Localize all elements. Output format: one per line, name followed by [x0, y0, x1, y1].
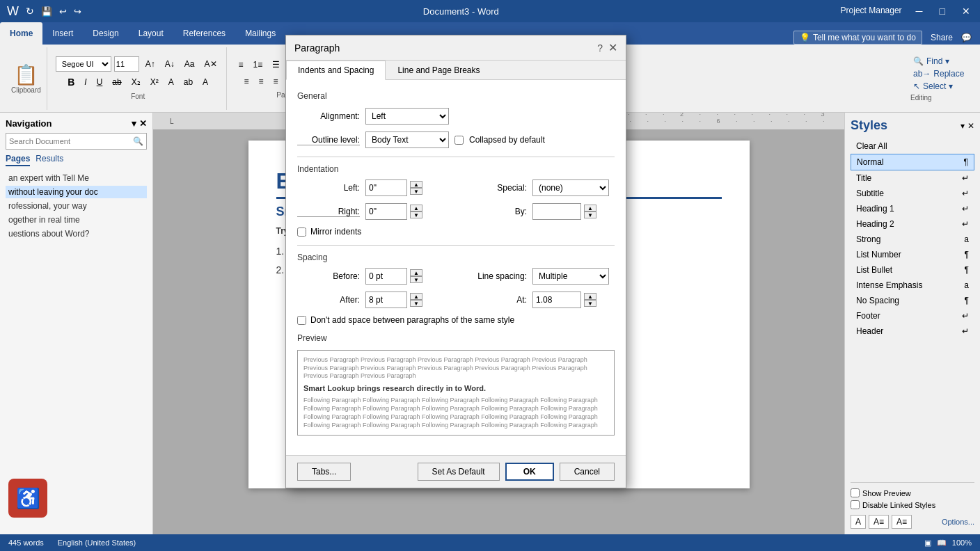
- dialog-body: General Alignment: Left Outline level: B…: [286, 80, 626, 455]
- indentation-cols: Left: ▲ ▼ Right:: [297, 179, 615, 227]
- before-row: Before: ▲ ▼: [297, 268, 448, 285]
- after-spinner: ▲ ▼: [365, 292, 422, 308]
- mirror-label: Mirror indents: [310, 227, 361, 237]
- by-input[interactable]: [532, 203, 581, 220]
- dont-add-space-row: Don't add space between paragraphs of th…: [297, 315, 615, 325]
- after-up-arrow[interactable]: ▲: [410, 293, 422, 300]
- dont-add-space-checkbox[interactable]: [297, 316, 306, 325]
- line-spacing-row: Line spacing: Multiple: [464, 268, 615, 285]
- at-spinner: ▲ ▼: [532, 292, 596, 308]
- at-row: At: ▲ ▼: [464, 292, 615, 308]
- special-label: Special:: [464, 183, 527, 193]
- before-spinner: ▲ ▼: [365, 268, 422, 285]
- after-input[interactable]: [365, 292, 407, 308]
- divider-2: [297, 245, 615, 246]
- special-select[interactable]: (none): [532, 179, 609, 196]
- indent-right-row: Right: ▲ ▼: [297, 203, 448, 220]
- divider-1: [297, 157, 615, 157]
- right-spinner-btns: ▲ ▼: [410, 205, 422, 218]
- by-down-arrow[interactable]: ▼: [584, 211, 596, 218]
- preview-following-text: Following Paragraph Following Paragraph …: [303, 397, 608, 429]
- after-down-arrow[interactable]: ▼: [410, 300, 422, 307]
- at-label: At:: [464, 295, 527, 305]
- spacing-label: Spacing: [297, 253, 615, 262]
- left-input[interactable]: [365, 179, 407, 196]
- general-section: General Alignment: Left Outline level: B…: [297, 91, 615, 148]
- left-spinner-btns: ▲ ▼: [410, 181, 422, 195]
- at-down-arrow[interactable]: ▼: [584, 300, 596, 307]
- line-spacing-label: Line spacing:: [464, 271, 527, 281]
- after-row: After: ▲ ▼: [297, 292, 448, 308]
- left-down-arrow[interactable]: ▼: [410, 188, 422, 195]
- before-label: Before:: [297, 271, 360, 281]
- collapsed-label: Collapsed by default: [469, 135, 545, 145]
- spacing-left-col: Before: ▲ ▼ After:: [297, 268, 448, 315]
- at-spinner-btns: ▲ ▼: [584, 293, 596, 307]
- indentation-section: Indentation Left: ▲ ▼: [297, 164, 615, 237]
- before-up-arrow[interactable]: ▲: [410, 269, 422, 276]
- alignment-row: Alignment: Left: [297, 108, 615, 125]
- before-down-arrow[interactable]: ▼: [410, 276, 422, 283]
- dialog-controls: ? ✕: [597, 41, 617, 54]
- left-spinner: ▲ ▼: [365, 179, 422, 196]
- after-spinner-btns: ▲ ▼: [410, 293, 422, 307]
- left-up-arrow[interactable]: ▲: [410, 181, 422, 188]
- indent-left-col: Left: ▲ ▼ Right:: [297, 179, 448, 227]
- right-up-arrow[interactable]: ▲: [410, 205, 422, 211]
- dialog-close-btn[interactable]: ✕: [608, 41, 617, 54]
- line-spacing-select[interactable]: Multiple: [532, 268, 609, 285]
- preview-box: Previous Paragraph Previous Paragraph Pr…: [297, 350, 615, 436]
- dont-add-space-label: Don't add space between paragraphs of th…: [310, 315, 514, 325]
- preview-main-text: Smart Lookup brings research directly in…: [303, 383, 608, 394]
- dialog-tabs: Indents and Spacing Line and Page Breaks: [286, 61, 626, 80]
- general-label: General: [297, 91, 615, 101]
- spacing-cols: Before: ▲ ▼ After:: [297, 268, 615, 315]
- indentation-label: Indentation: [297, 164, 615, 174]
- set-as-default-btn[interactable]: Set As Default: [418, 463, 500, 481]
- alignment-select[interactable]: Left: [365, 108, 449, 125]
- dialog-help-btn[interactable]: ?: [597, 42, 603, 54]
- spacing-section: Spacing Before: ▲ ▼: [297, 253, 615, 325]
- dialog-tab-indents[interactable]: Indents and Spacing: [286, 61, 386, 80]
- mirror-indents-row: Mirror indents: [297, 227, 615, 237]
- paragraph-dialog: Paragraph ? ✕ Indents and Spacing Line a…: [285, 35, 626, 488]
- before-input[interactable]: [365, 268, 407, 285]
- ok-btn[interactable]: OK: [505, 463, 554, 481]
- tabs-btn[interactable]: Tabs...: [297, 463, 351, 481]
- dialog-title: Paragraph: [294, 42, 340, 54]
- right-spinner: ▲ ▼: [365, 203, 422, 220]
- by-spinner: ▲ ▼: [532, 203, 596, 220]
- left-label: Left:: [297, 183, 360, 193]
- dialog-overlay: Paragraph ? ✕ Indents and Spacing Line a…: [0, 0, 980, 551]
- preview-label: Preview: [297, 333, 615, 343]
- by-spinner-btns: ▲ ▼: [584, 205, 596, 218]
- at-up-arrow[interactable]: ▲: [584, 293, 596, 300]
- right-down-arrow[interactable]: ▼: [410, 211, 422, 218]
- collapsed-checkbox[interactable]: [455, 136, 464, 145]
- before-spinner-btns: ▲ ▼: [410, 269, 422, 283]
- mirror-checkbox[interactable]: [297, 227, 306, 237]
- outline-row: Outline level: Body Text Collapsed by de…: [297, 131, 615, 148]
- by-row: By: ▲ ▼: [464, 203, 615, 220]
- right-input[interactable]: [365, 203, 407, 220]
- preview-previous-text: Previous Paragraph Previous Paragraph Pr…: [303, 356, 608, 381]
- indent-left-row: Left: ▲ ▼: [297, 179, 448, 196]
- outline-select[interactable]: Body Text: [365, 131, 449, 148]
- by-up-arrow[interactable]: ▲: [584, 205, 596, 211]
- right-label: Right:: [297, 207, 360, 217]
- indent-special-col: Special: (none) By: ▲ ▼: [464, 179, 615, 227]
- by-label: By:: [464, 207, 527, 216]
- dialog-footer: Tabs... Set As Default OK Cancel: [286, 455, 626, 488]
- preview-section: Preview Previous Paragraph Previous Para…: [297, 333, 615, 436]
- special-row: Special: (none): [464, 179, 615, 196]
- spacing-right-col: Line spacing: Multiple At: ▲: [464, 268, 615, 315]
- outline-label: Outline level:: [297, 135, 360, 145]
- alignment-label: Alignment:: [297, 111, 360, 121]
- dialog-titlebar: Paragraph ? ✕: [286, 35, 626, 61]
- dialog-tab-line[interactable]: Line and Page Breaks: [386, 61, 491, 80]
- at-input[interactable]: [532, 292, 581, 308]
- cancel-btn[interactable]: Cancel: [560, 463, 615, 481]
- after-label: After:: [297, 295, 360, 305]
